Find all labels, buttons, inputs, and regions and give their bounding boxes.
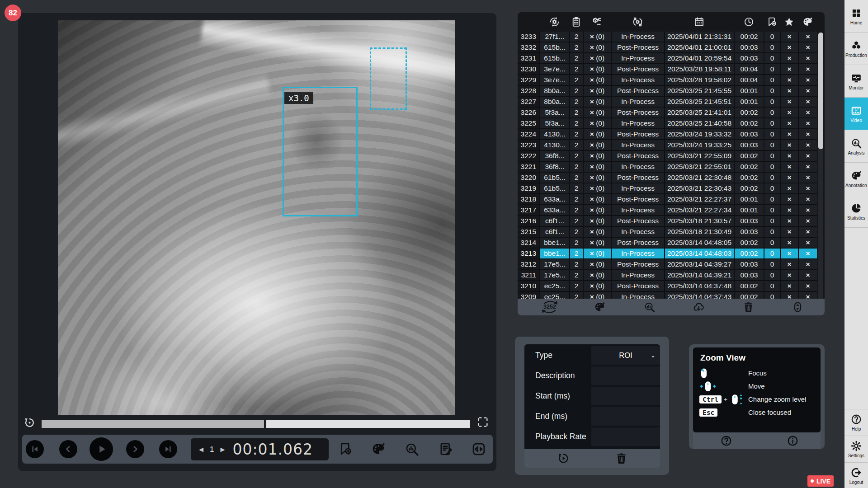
table-row[interactable]: 3217633a...2× (0)In-Process2025/03/21 22…	[518, 205, 825, 216]
replay-icon[interactable]	[24, 417, 36, 429]
note-edit-icon[interactable]	[438, 441, 453, 457]
column-header[interactable]	[583, 16, 611, 28]
table-row[interactable]: 3216c6f1...2× (0)Post-Process2025/03/18 …	[518, 216, 825, 227]
cell-flag: 0	[764, 281, 780, 292]
table-row[interactable]: 32234130...2× (0)In-Process2025/03/24 19…	[518, 140, 825, 151]
help-icon[interactable]	[720, 435, 732, 447]
table-row[interactable]: 32293e7e...2× (0)In-Process2025/03/28 19…	[518, 75, 825, 86]
replay-icon[interactable]	[557, 452, 570, 465]
cell-datetime: 2025/03/18 21:30:49	[664, 227, 734, 238]
cell-mark: ×	[798, 194, 817, 205]
table-row[interactable]: 32288b0a...2× (0)Post-Process2025/03/25 …	[518, 86, 825, 97]
search-chart-icon	[850, 137, 862, 149]
sidebar-item-monitor[interactable]: Monitor	[844, 65, 868, 98]
cell-count: 2	[569, 129, 583, 140]
sidebar-item-label: Help	[852, 427, 861, 432]
sort-icon[interactable]	[792, 301, 804, 313]
table-row[interactable]: 3213bbe1...2× (0)In-Process2025/03/14 04…	[518, 249, 825, 259]
info-icon[interactable]	[787, 435, 799, 447]
prev-button[interactable]	[59, 440, 77, 458]
cell-duration: 00:03	[734, 216, 764, 227]
sidebar-item-home[interactable]: Home	[844, 0, 868, 33]
skip-end-button[interactable]	[159, 440, 177, 458]
palette-icon[interactable]	[371, 441, 386, 457]
home-icon	[850, 7, 862, 19]
description-field[interactable]	[591, 366, 660, 385]
seek-bar-played[interactable]	[42, 420, 264, 428]
zoom-roi-box[interactable]: x3.0	[283, 87, 358, 216]
video-frame[interactable]: x3.0	[58, 20, 455, 415]
sidebar-item-statistics[interactable]: Statistics	[844, 195, 868, 228]
end-ms-field[interactable]	[591, 407, 660, 426]
table-row[interactable]: 3209ec25...2× (0)In-Process2025/03/14 04…	[518, 292, 825, 299]
cell-flag: 0	[764, 129, 780, 140]
table-row[interactable]: 3214bbe1...2× (0)Post-Process2025/03/14 …	[518, 238, 825, 249]
skip-start-button[interactable]	[26, 440, 44, 458]
sidebar-item-logout[interactable]: Logout	[844, 462, 868, 488]
table-row[interactable]: 32303e7e...2× (0)Post-Process2025/03/28 …	[518, 64, 825, 75]
refresh-count-button[interactable]: 3252	[540, 300, 560, 314]
table-row[interactable]: 32255f3a...2× (0)In-Process2025/03/25 21…	[518, 118, 825, 129]
cell-datetime: 2025/03/21 22:30:48	[664, 173, 734, 183]
column-header[interactable]	[734, 16, 764, 28]
table-row[interactable]: 322236f8...2× (0)Post-Process2025/03/21 …	[518, 151, 825, 162]
table-row[interactable]: 321217e5...2× (0)Post-Process2025/03/14 …	[518, 259, 825, 270]
compare-icon[interactable]	[471, 441, 486, 457]
bookmark-plus-icon[interactable]	[338, 441, 353, 457]
cell-flag: 0	[764, 216, 780, 227]
cloud-download-icon[interactable]	[693, 301, 705, 313]
type-select[interactable]: ROI⌄	[591, 346, 660, 365]
table-row[interactable]: 321961b5...2× (0)In-Process2025/03/21 22…	[518, 183, 825, 194]
table-row[interactable]: 322136f8...2× (0)In-Process2025/03/21 22…	[518, 162, 825, 173]
table-row[interactable]: 32244130...2× (0)Post-Process2025/03/24 …	[518, 129, 825, 140]
column-header[interactable]	[764, 16, 780, 28]
table-row[interactable]: 322061b5...2× (0)Post-Process2025/03/21 …	[518, 173, 825, 183]
next-button[interactable]	[126, 440, 144, 458]
table-row[interactable]: 323327f1...2× (0)In-Process2025/04/01 21…	[518, 32, 825, 42]
seek-bar-remaining[interactable]	[266, 420, 470, 428]
trash-icon[interactable]	[615, 452, 628, 465]
table-row[interactable]: 3218633a...2× (0)Post-Process2025/03/21 …	[518, 194, 825, 205]
cell-flag: 0	[764, 97, 780, 108]
sidebar-item-production[interactable]: Production	[844, 33, 868, 65]
roi-selection-dashed-box[interactable]	[370, 47, 407, 110]
table-row[interactable]: 32278b0a...2× (0)In-Process2025/03/25 21…	[518, 97, 825, 108]
sidebar-item-video[interactable]: Video	[844, 98, 868, 130]
cell-hash: 5f3a...	[539, 118, 569, 129]
table-row[interactable]: 3210ec25...2× (0)Post-Process2025/03/14 …	[518, 281, 825, 292]
fullscreen-icon[interactable]	[476, 416, 489, 428]
frame-prev-arrow[interactable]: ◀	[199, 446, 203, 453]
start-ms-field[interactable]	[591, 387, 660, 405]
sidebar-item-settings[interactable]: Settings	[844, 436, 868, 462]
search-chart-icon[interactable]	[643, 301, 656, 313]
sidebar-item-label: Home	[850, 20, 863, 25]
cell-mark: ×	[798, 129, 817, 140]
cell-status: In-Process	[611, 118, 664, 129]
sidebar-item-analysis[interactable]: Analysis	[844, 130, 868, 163]
cell-datetime: 2025/03/21 22:55:09	[664, 151, 734, 162]
cell-id: 3218	[518, 194, 539, 205]
column-header[interactable]	[664, 16, 734, 28]
trash-icon[interactable]	[742, 301, 755, 313]
table-scrollbar[interactable]	[818, 33, 823, 307]
palette-icon[interactable]	[594, 301, 606, 313]
column-header[interactable]	[611, 16, 664, 28]
search-chart-icon[interactable]	[404, 441, 420, 457]
table-body: 323327f1...2× (0)In-Process2025/04/01 21…	[518, 32, 825, 299]
table-row[interactable]: 3232615b...2× (0)Post-Process2025/04/01 …	[518, 42, 825, 53]
table-row[interactable]: 3231615b...2× (0)In-Process2025/04/01 20…	[518, 53, 825, 64]
play-button[interactable]	[90, 437, 113, 461]
sidebar-item-annotation[interactable]: Annotation	[844, 163, 868, 195]
table-row[interactable]: 3215c6f1...2× (0)In-Process2025/03/18 21…	[518, 227, 825, 238]
notification-badge[interactable]: 82	[5, 5, 21, 21]
sidebar-item-help[interactable]: Help	[844, 409, 868, 436]
scrollbar-thumb[interactable]	[818, 33, 823, 149]
column-header[interactable]	[569, 16, 583, 28]
frame-next-arrow[interactable]: ▶	[220, 446, 225, 453]
column-header[interactable]	[798, 16, 817, 28]
column-header[interactable]	[539, 16, 569, 28]
column-header[interactable]	[780, 16, 798, 28]
table-row[interactable]: 321117e5...2× (0)In-Process2025/03/14 04…	[518, 270, 825, 281]
playback-rate-field[interactable]	[591, 427, 660, 446]
table-row[interactable]: 32265f3a...2× (0)Post-Process2025/03/25 …	[518, 108, 825, 118]
